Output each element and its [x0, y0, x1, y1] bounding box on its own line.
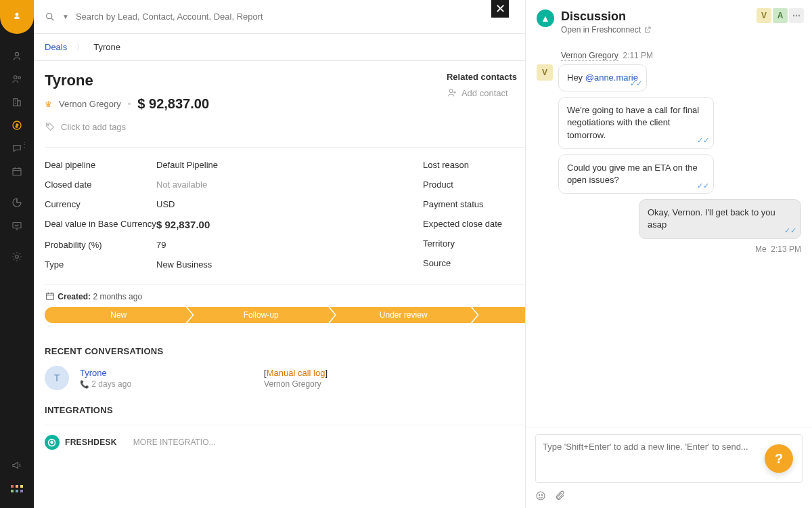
- external-link-icon: [644, 26, 652, 34]
- info-label: Payment status: [423, 199, 535, 209]
- read-ticks-icon: ✓✓: [630, 79, 642, 89]
- info-value: Not available: [156, 179, 207, 190]
- info-label: Deal pipeline: [45, 160, 156, 170]
- freshdesk-icon: ⦿: [45, 435, 60, 450]
- app-logo[interactable]: [0, 0, 34, 34]
- nav-item-dashboard[interactable]: [0, 214, 34, 237]
- calendar-icon: [45, 291, 55, 301]
- svg-rect-13: [47, 293, 54, 299]
- pipeline-stage[interactable]: Follow-up: [187, 307, 334, 323]
- deal-owner[interactable]: Vernon Gregory: [59, 99, 121, 109]
- read-ticks-icon: ✓✓: [697, 135, 709, 146]
- svg-point-12: [449, 89, 453, 93]
- conversation-when: 📞 2 days ago: [80, 379, 131, 389]
- help-fab[interactable]: ?: [765, 444, 793, 473]
- conversation-name: Tyrone: [80, 368, 131, 378]
- pipeline-stage[interactable]: New: [45, 307, 192, 323]
- info-label: Expected close date: [423, 219, 535, 229]
- info-label: Probability (%): [45, 240, 156, 250]
- info-row: TypeNew Business: [45, 259, 423, 270]
- nav-item-contacts[interactable]: [0, 68, 34, 91]
- svg-point-15: [537, 492, 545, 500]
- info-row: Deal value in Base Currency$ 92,837.00: [45, 219, 423, 230]
- more-integrations[interactable]: MORE INTEGRATIO...: [133, 438, 216, 447]
- breadcrumb-current: Tyrone: [93, 42, 120, 52]
- message-sender[interactable]: Vernon Gregory: [561, 51, 618, 61]
- svg-point-9: [16, 255, 19, 259]
- reply-who: Me: [755, 245, 767, 254]
- info-label: Deal value in Base Currency: [45, 219, 156, 230]
- svg-rect-7: [13, 169, 21, 176]
- nav-item-deals[interactable]: [0, 114, 34, 137]
- reply-time: 2:13 PM: [771, 245, 801, 254]
- svg-point-10: [47, 13, 52, 18]
- svg-point-17: [541, 494, 542, 495]
- crown-icon: ♛: [45, 100, 52, 109]
- related-heading: Related contacts: [447, 72, 517, 82]
- info-row: Probability (%)79: [45, 240, 423, 250]
- svg-rect-5: [18, 101, 21, 106]
- composer-input[interactable]: [535, 434, 803, 483]
- info-row: Closed dateNot available: [45, 179, 423, 190]
- message-bubble-me: Okay, Vernon. I'll get back to you asap✓…: [639, 199, 801, 238]
- nav-item-apps[interactable]: [0, 477, 34, 500]
- nav-item-conversations[interactable]: ⋮: [0, 137, 34, 160]
- breadcrumb-root[interactable]: Deals: [45, 42, 67, 52]
- info-label: Currency: [45, 199, 156, 209]
- attachment-icon[interactable]: [554, 490, 565, 501]
- add-contact-button[interactable]: Add contact: [447, 87, 517, 98]
- search-icon[interactable]: [45, 12, 55, 22]
- tag-icon: [45, 121, 55, 132]
- nav-item-accounts[interactable]: [0, 91, 34, 114]
- nav-item-reports[interactable]: [0, 191, 34, 214]
- message-bubble: Hey @anne.marie✓✓: [558, 64, 647, 91]
- svg-rect-4: [14, 99, 18, 106]
- info-label: Product: [423, 179, 535, 190]
- participant-chips: V A ⋯: [757, 8, 804, 23]
- add-tags[interactable]: Click to add tags: [45, 121, 209, 132]
- left-nav-rail: ⋮: [0, 0, 34, 508]
- nav-item-announce[interactable]: [0, 454, 34, 477]
- search-dropdown-icon[interactable]: ▼: [62, 13, 69, 20]
- panel-title: Discussion: [561, 9, 652, 24]
- created-label: Created:: [58, 292, 91, 301]
- integration-freshdesk[interactable]: ⦿ FRESHDESK: [45, 435, 117, 450]
- participant-chip[interactable]: A: [773, 8, 788, 23]
- info-label: Closed date: [45, 179, 156, 190]
- info-value: New Business: [156, 259, 212, 270]
- emoji-icon[interactable]: [535, 490, 546, 501]
- message-bubble: Could you give me an ETA on the open iss…: [558, 154, 714, 194]
- participant-chip[interactable]: V: [757, 8, 771, 23]
- svg-point-11: [47, 124, 49, 125]
- message-bubble: We're going to have a call for final neg…: [558, 97, 714, 149]
- info-label: Source: [423, 258, 535, 268]
- info-label: Territory: [423, 238, 535, 249]
- info-label: Type: [45, 259, 156, 270]
- open-in-freshconnect[interactable]: Open in Freshconnect: [561, 25, 652, 35]
- deal-amount: $ 92,837.00: [137, 96, 209, 112]
- read-ticks-icon: ✓✓: [697, 181, 709, 191]
- info-label: Lost reason: [423, 160, 535, 170]
- svg-point-1: [15, 52, 18, 56]
- chevron-right-icon: 〉: [76, 42, 84, 52]
- messages-list: Vernon Gregory 2:11 PM V Hey @anne.marie…: [526, 41, 812, 427]
- close-panel-button[interactable]: ✕: [491, 0, 509, 18]
- conversation-tag: Manual call log: [267, 368, 325, 378]
- add-contact-icon: [447, 87, 457, 98]
- nav-item-calendar[interactable]: [0, 160, 34, 183]
- info-value: Default Pipeline: [156, 160, 218, 170]
- nav-item-leads[interactable]: [0, 45, 34, 68]
- svg-rect-8: [13, 223, 21, 228]
- nav-item-settings[interactable]: [0, 245, 34, 268]
- info-row: CurrencyUSD: [45, 199, 423, 209]
- conversation-by: Vernon Gregory: [264, 379, 328, 389]
- participant-more[interactable]: ⋯: [789, 8, 804, 23]
- info-row: Deal pipelineDefault Pipeline: [45, 160, 423, 170]
- info-value: USD: [156, 199, 175, 209]
- created-value: 2 months ago: [93, 292, 142, 301]
- svg-point-16: [539, 494, 539, 495]
- sender-avatar: V: [537, 64, 553, 81]
- deal-title: Tyrone: [45, 72, 209, 89]
- info-value: 79: [156, 240, 166, 250]
- pipeline-stage[interactable]: Under review: [330, 307, 477, 323]
